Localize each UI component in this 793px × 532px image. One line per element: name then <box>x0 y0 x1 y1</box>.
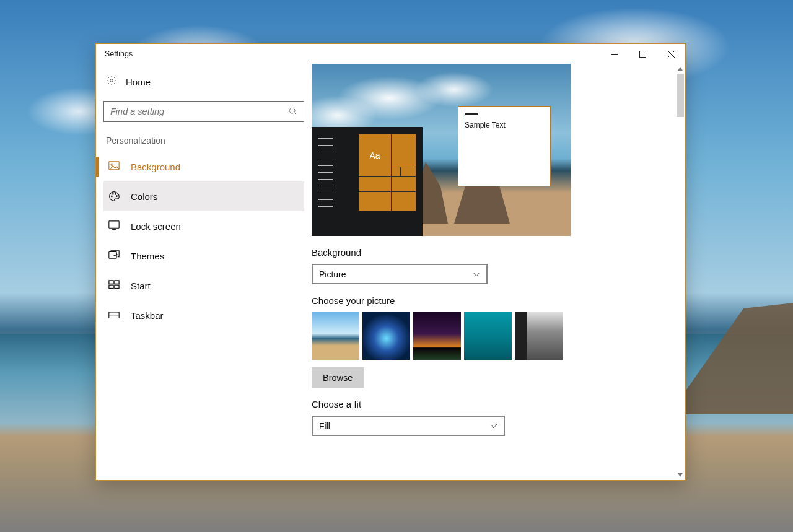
picture-option-5[interactable] <box>515 312 563 360</box>
background-dropdown[interactable]: Picture <box>312 264 488 284</box>
browse-button[interactable]: Browse <box>312 367 364 388</box>
picture-option-1[interactable] <box>312 312 359 360</box>
preview-tile <box>392 167 400 176</box>
svg-line-6 <box>294 113 297 115</box>
picture-thumbnails <box>312 312 670 360</box>
svg-rect-15 <box>109 251 116 258</box>
svg-rect-1 <box>639 51 646 57</box>
sidebar-item-start[interactable]: Start <box>103 271 304 300</box>
sidebar-item-lock-screen[interactable]: Lock screen <box>103 211 304 241</box>
sidebar-item-background[interactable]: Background <box>103 152 304 181</box>
scrollbar[interactable] <box>675 64 685 480</box>
sidebar-item-themes[interactable]: Themes <box>103 241 304 271</box>
palette-icon <box>108 191 120 202</box>
minimize-button[interactable] <box>600 44 628 64</box>
gear-icon <box>106 75 117 89</box>
preview-tile <box>392 192 416 211</box>
sidebar-item-colors[interactable]: Colors <box>103 181 304 211</box>
main-content: Aa Sample Text <box>312 64 685 480</box>
choose-picture-label: Choose your picture <box>312 295 670 306</box>
preview-tile <box>359 177 391 191</box>
svg-point-10 <box>113 194 114 195</box>
sidebar-item-label: Taskbar <box>131 310 164 321</box>
lock-screen-icon <box>108 220 120 232</box>
svg-rect-20 <box>109 312 119 318</box>
fit-dropdown[interactable]: Fill <box>312 416 505 436</box>
sidebar-item-label: Background <box>131 162 180 172</box>
background-label: Background <box>312 247 670 258</box>
preview-sample-text: Sample Text <box>465 121 544 129</box>
svg-rect-13 <box>109 221 119 228</box>
sidebar-item-label: Start <box>131 281 151 291</box>
close-button[interactable] <box>657 44 685 64</box>
home-label: Home <box>126 77 151 87</box>
fit-dropdown-value: Fill <box>319 421 330 431</box>
svg-point-8 <box>111 164 113 165</box>
sidebar-item-taskbar[interactable]: Taskbar <box>103 300 304 330</box>
preview-start-list <box>318 138 333 213</box>
svg-rect-18 <box>109 285 113 288</box>
preview-tile-aa: Aa <box>359 134 391 176</box>
chevron-down-icon <box>490 422 497 430</box>
fit-label: Choose a fit <box>312 399 670 409</box>
search-box[interactable] <box>103 101 304 122</box>
picture-option-4[interactable] <box>464 312 512 360</box>
settings-window: Settings Home Pers <box>95 43 686 481</box>
preview-tile <box>401 167 416 176</box>
background-dropdown-value: Picture <box>319 269 346 279</box>
svg-rect-17 <box>115 281 119 284</box>
svg-marker-22 <box>678 67 683 71</box>
maximize-button[interactable] <box>628 44 657 64</box>
preview-tile <box>359 192 391 211</box>
preview-start-menu: Aa <box>312 127 423 236</box>
start-icon <box>108 280 120 291</box>
window-controls <box>600 44 685 64</box>
svg-point-12 <box>116 196 118 197</box>
scrollbar-track[interactable] <box>675 64 685 480</box>
svg-point-5 <box>289 108 295 113</box>
svg-point-11 <box>115 194 116 195</box>
scrollbar-thumb[interactable] <box>677 74 684 117</box>
scrollbar-up-arrow[interactable] <box>675 64 685 74</box>
preview-tiles: Aa <box>359 134 416 210</box>
sidebar-item-label: Colors <box>131 191 157 202</box>
chevron-down-icon <box>473 271 480 278</box>
svg-point-4 <box>110 79 113 82</box>
section-header: Personalization <box>103 136 304 152</box>
preview-tile <box>392 134 416 167</box>
svg-marker-23 <box>678 473 683 477</box>
sidebar: Home Personalization Background Colors <box>96 64 312 480</box>
preview-sample-bar <box>465 113 478 115</box>
picture-option-2[interactable] <box>362 312 410 360</box>
svg-rect-16 <box>109 281 113 284</box>
home-button[interactable]: Home <box>103 70 304 94</box>
search-input[interactable] <box>110 107 289 116</box>
sidebar-item-label: Themes <box>131 251 164 261</box>
sidebar-item-label: Lock screen <box>131 221 181 232</box>
preview-panel: Aa Sample Text <box>312 64 571 236</box>
svg-rect-19 <box>115 285 119 288</box>
picture-option-3[interactable] <box>413 312 461 360</box>
themes-icon <box>108 250 120 261</box>
picture-icon <box>108 161 120 172</box>
preview-sample-window: Sample Text <box>458 106 551 186</box>
search-icon <box>289 107 297 116</box>
svg-point-9 <box>112 196 113 197</box>
window-title: Settings <box>105 50 133 58</box>
preview-tile <box>392 177 416 191</box>
titlebar[interactable]: Settings <box>96 44 685 64</box>
scrollbar-down-arrow[interactable] <box>675 470 685 480</box>
taskbar-icon <box>108 310 120 321</box>
